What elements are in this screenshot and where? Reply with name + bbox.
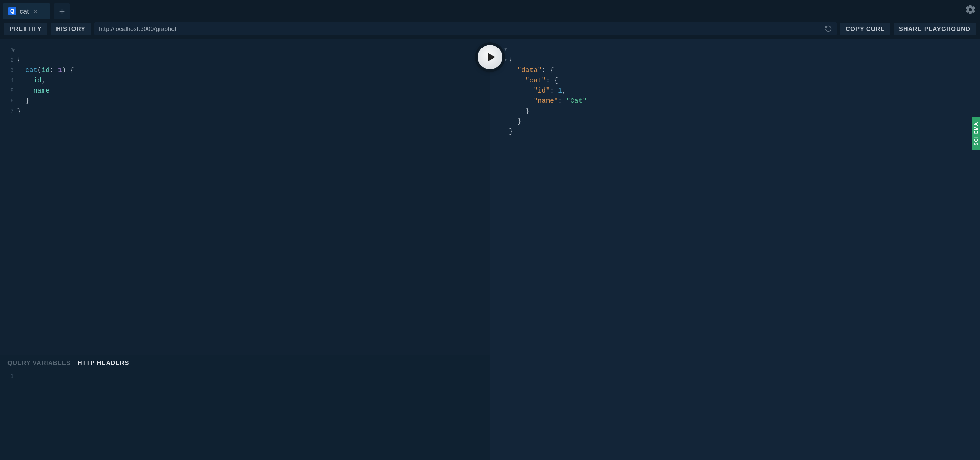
tab-badge: Q: [8, 7, 16, 15]
response-code: { "data": { "cat": { "id": 1, "name": "C…: [509, 45, 980, 137]
json-key: "cat": [525, 76, 546, 84]
settings-button[interactable]: [965, 0, 976, 19]
bottom-tabs: QUERY VARIABLES HTTP HEADERS: [0, 355, 490, 370]
token-field: cat: [25, 66, 37, 74]
share-playground-button[interactable]: SHARE PLAYGROUND: [894, 23, 976, 35]
headers-gutter: 1: [0, 373, 17, 460]
json-key: "id": [533, 87, 550, 95]
copy-curl-button[interactable]: COPY CURL: [840, 23, 890, 35]
tab-http-headers[interactable]: HTTP HEADERS: [78, 360, 129, 367]
fold-caret-icon[interactable]: ▼: [504, 47, 508, 52]
token-arg: id: [41, 66, 50, 74]
json-key: "data": [517, 66, 542, 74]
play-icon: [486, 52, 496, 62]
schema-tab[interactable]: SCHEMA: [972, 117, 980, 150]
new-tab-button[interactable]: +: [54, 3, 70, 19]
query-editor[interactable]: 1234567 ▼{ cat(id: 1) { id, name } }: [0, 39, 490, 355]
gear-icon: [965, 4, 976, 15]
query-code[interactable]: ▼{ cat(id: 1) { id, name } }: [17, 45, 490, 355]
json-num: 1: [558, 87, 562, 95]
workspace: SCHEMA 1234567 ▼{ cat(id: 1) { id, name …: [0, 39, 980, 460]
token-num: 1: [58, 66, 62, 74]
tab-query-variables[interactable]: QUERY VARIABLES: [8, 360, 71, 367]
history-button[interactable]: HISTORY: [51, 23, 91, 35]
fold-caret-icon[interactable]: ▼: [12, 46, 14, 56]
query-pane: 1234567 ▼{ cat(id: 1) { id, name } } QUE…: [0, 39, 490, 460]
response-pane: ▼ ▼ { "data": { "cat": { "id": 1, "name"…: [490, 39, 980, 460]
token-field-name: name: [33, 87, 50, 95]
endpoint-input[interactable]: [99, 25, 824, 33]
query-gutter: 1234567: [0, 45, 17, 355]
bottom-panel: QUERY VARIABLES HTTP HEADERS 1: [0, 355, 490, 460]
plus-icon: +: [59, 5, 65, 17]
close-icon[interactable]: ×: [34, 8, 38, 15]
json-key: "name": [533, 97, 558, 105]
endpoint-bar: [94, 22, 837, 35]
response-editor[interactable]: { "data": { "cat": { "id": 1, "name": "C…: [490, 39, 980, 137]
headers-editor[interactable]: 1: [0, 370, 490, 460]
fold-caret-icon[interactable]: ▼: [504, 57, 508, 62]
toolbar: PRETTIFY HISTORY COPY CURL SHARE PLAYGRO…: [0, 19, 980, 39]
tab-cat[interactable]: Q cat ×: [3, 3, 50, 19]
svg-marker-0: [488, 53, 495, 62]
json-string: "Cat": [566, 97, 587, 105]
prettify-button[interactable]: PRETTIFY: [4, 23, 47, 35]
token-field-id: id: [33, 76, 41, 84]
reload-icon[interactable]: [824, 25, 832, 33]
tab-title: cat: [20, 8, 29, 15]
execute-button[interactable]: [478, 45, 502, 69]
tab-strip: Q cat × +: [0, 0, 980, 19]
